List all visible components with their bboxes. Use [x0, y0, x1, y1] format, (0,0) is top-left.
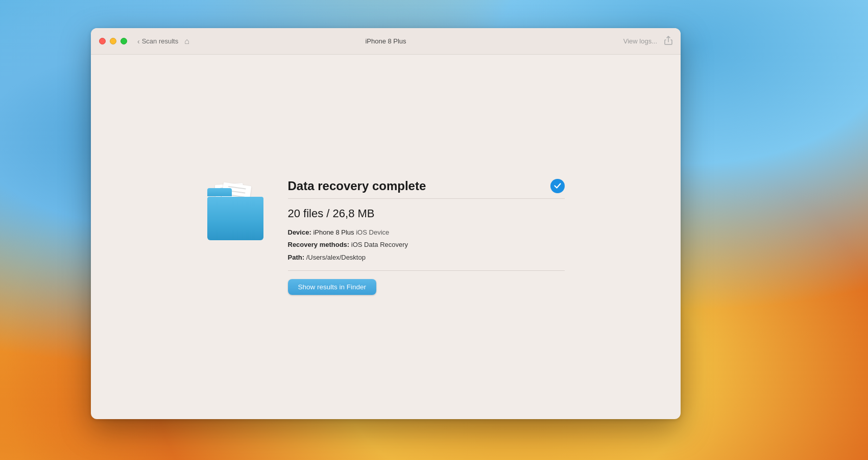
success-badge — [550, 179, 565, 193]
path-row: Path: /Users/alex/Desktop — [288, 252, 565, 263]
divider-bottom — [288, 270, 565, 271]
titlebar-right-actions: View logs... — [623, 36, 672, 47]
methods-value: iOS Data Recovery — [351, 241, 408, 248]
maximize-button[interactable] — [120, 38, 127, 44]
home-icon: ⌂ — [184, 37, 189, 45]
result-header: Data recovery complete — [288, 179, 565, 193]
traffic-lights — [99, 38, 127, 44]
back-label: Scan results — [142, 37, 179, 45]
result-title: Data recovery complete — [288, 179, 426, 193]
share-icon — [664, 36, 672, 45]
result-card: Data recovery complete 20 files / 26,8 M… — [207, 179, 565, 295]
file-count: 20 files / 26,8 MB — [288, 207, 565, 220]
view-logs-button[interactable]: View logs... — [623, 37, 657, 45]
result-info: Data recovery complete 20 files / 26,8 M… — [288, 179, 565, 295]
methods-row: Recovery methods: iOS Data Recovery — [288, 240, 565, 250]
device-value: iPhone 8 Plus — [313, 228, 354, 236]
folder-icon — [207, 184, 263, 240]
window-content: Data recovery complete 20 files / 26,8 M… — [91, 55, 681, 419]
window-title: iPhone 8 Plus — [365, 37, 406, 45]
folder-tab — [207, 188, 232, 196]
folder-body — [207, 197, 263, 240]
app-window: ‹ Scan results ⌂ iPhone 8 Plus View logs… — [91, 28, 681, 419]
divider-top — [288, 198, 565, 199]
minimize-button[interactable] — [110, 38, 116, 44]
close-button[interactable] — [99, 38, 106, 44]
share-button[interactable] — [664, 36, 672, 47]
checkmark-icon — [554, 183, 561, 189]
titlebar: ‹ Scan results ⌂ iPhone 8 Plus View logs… — [91, 28, 681, 55]
device-type: iOS Device — [356, 228, 389, 236]
home-button[interactable]: ⌂ — [184, 37, 189, 46]
back-button[interactable]: ‹ Scan results — [137, 37, 178, 45]
path-value: /Users/alex/Desktop — [306, 254, 366, 261]
show-in-finder-button[interactable]: Show results in Finder — [288, 279, 377, 295]
device-label: Device: — [288, 228, 311, 236]
methods-label: Recovery methods: — [288, 241, 350, 248]
device-row: Device: iPhone 8 Plus iOS Device — [288, 227, 565, 238]
chevron-left-icon: ‹ — [137, 37, 140, 45]
path-label: Path: — [288, 254, 305, 261]
